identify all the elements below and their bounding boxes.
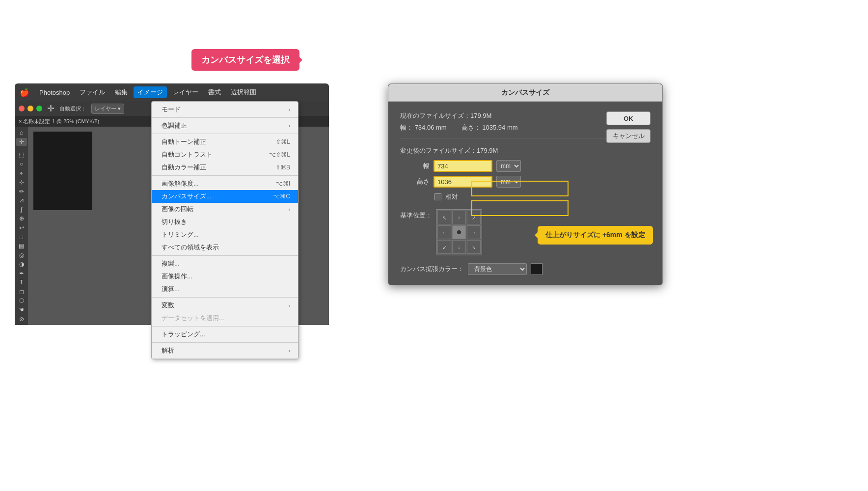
pen-tool[interactable]: ✒ [16, 269, 27, 277]
file-dimensions: 幅： 734.06 mm 高さ： 1035.94 mm [400, 123, 518, 132]
height-input[interactable] [434, 176, 492, 188]
anchor-bottom-right[interactable]: ↘ [467, 240, 481, 254]
menu-item-calculations[interactable]: 画像操作... [152, 270, 298, 283]
width-field-label: 幅 [400, 162, 430, 170]
menu-item-apply-image[interactable]: 演算... [152, 283, 298, 296]
menu-item-trim[interactable]: トリミング... [152, 228, 298, 241]
callout-select-canvas-size: カンバスサイズを選択 [191, 49, 299, 71]
menu-item-reveal-all[interactable]: すべての領域を表示 [152, 241, 298, 254]
lasso-tool[interactable]: ○ [16, 160, 27, 168]
auto-select-dropdown[interactable]: レイヤー ▾ [91, 104, 124, 114]
gradient-tool[interactable]: ▤ [16, 242, 27, 250]
document-canvas [33, 132, 92, 210]
height-field-label: 高さ [400, 177, 430, 186]
menu-section-trap: トラッピング... [152, 327, 298, 343]
anchor-bottom-center[interactable]: ↓ [452, 240, 466, 254]
width-unit-select[interactable]: mm px cm [496, 160, 521, 172]
anchor-middle-left[interactable]: ← [437, 225, 451, 239]
relative-label: 相対 [445, 192, 458, 201]
top-center-arrow-icon: ↑ [458, 215, 461, 220]
menu-image[interactable]: イメージ [134, 86, 167, 98]
marquee-tool[interactable]: ⬚ [16, 151, 27, 159]
menu-item-auto-tone[interactable]: 自動トーン補正 ⇧⌘L [152, 136, 298, 148]
height-field-row: 高さ mm px cm [400, 176, 651, 188]
current-width: 幅： 734.06 mm [400, 123, 447, 132]
menu-item-trap[interactable]: トラッピング... [152, 328, 298, 341]
menu-item-duplicate[interactable]: 複製... [152, 257, 298, 270]
menu-item-analysis[interactable]: 解析 › [152, 344, 298, 357]
bottom-center-arrow-icon: ↓ [458, 245, 461, 250]
current-height: 高さ： 1035.94 mm [461, 123, 518, 132]
menu-item-adjustments[interactable]: 色調補正 › [152, 119, 298, 132]
current-size-label: 現在のファイルサイズ：179.9M [400, 111, 491, 120]
menu-photoshop[interactable]: Photoshop [35, 87, 74, 98]
dodge-tool[interactable]: ◑ [16, 260, 27, 269]
top-right-arrow-icon: ↗ [472, 215, 476, 220]
anchor-bottom-left[interactable]: ↙ [437, 240, 451, 254]
menu-item-canvas-size[interactable]: カンバスサイズ... ⌥⌘C [152, 190, 298, 203]
menu-type[interactable]: 書式 [204, 86, 225, 98]
anchor-top-left[interactable]: ↖ [437, 211, 451, 224]
menu-section-adjustments: 色調補正 › [152, 118, 298, 134]
center-dot-icon [457, 230, 461, 234]
extension-color-swatch[interactable] [531, 263, 542, 275]
anchor-center[interactable] [452, 225, 466, 239]
height-unit-select[interactable]: mm px cm [496, 176, 521, 188]
new-size-section: 変更後のファイルサイズ：179.9M 幅 mm px cm 高さ mm px c… [400, 146, 651, 201]
zoom-tool[interactable]: ⊘ [16, 315, 27, 323]
move-tool[interactable]: ✛ [16, 138, 27, 146]
arrow-icon: › [289, 303, 290, 308]
menu-layer[interactable]: レイヤー [169, 86, 202, 98]
hand-tool[interactable]: ☚ [16, 306, 27, 314]
menu-item-rotate[interactable]: 画像の回転 › [152, 203, 298, 216]
menu-item-auto-contrast[interactable]: 自動コントラスト ⌥⇧⌘L [152, 148, 298, 161]
move-tool-icon[interactable]: ✛ [47, 103, 54, 114]
ok-button[interactable]: OK [606, 111, 651, 125]
blur-tool[interactable]: ◎ [16, 251, 27, 259]
menu-item-crop[interactable]: 切り抜き [152, 216, 298, 228]
eraser-tool[interactable]: □ [16, 233, 27, 241]
path-tool[interactable]: ◻ [16, 288, 27, 296]
minimize-button[interactable] [27, 106, 33, 111]
menu-item-mode[interactable]: モード › [152, 103, 298, 116]
bottom-left-arrow-icon: ↙ [442, 245, 446, 250]
extension-color-row: カンバス拡張カラー： 背景色 [400, 263, 651, 275]
menu-select[interactable]: 選択範囲 [227, 86, 260, 98]
menu-item-auto-color[interactable]: 自動カラー補正 ⇧⌘B [152, 161, 298, 174]
cancel-button[interactable]: キャンセル [606, 129, 651, 143]
menu-file[interactable]: ファイル [76, 86, 109, 98]
auto-select-label: 自動選択： [59, 105, 86, 112]
dialog-buttons: OK キャンセル [606, 111, 651, 143]
middle-right-arrow-icon: → [471, 230, 476, 235]
brush-tool[interactable]: ∫ [16, 206, 27, 214]
magic-wand-tool[interactable]: ⌖ [16, 169, 27, 177]
eyedropper-tool[interactable]: ✏ [16, 187, 27, 195]
extension-color-select[interactable]: 背景色 [468, 263, 527, 275]
tab-label: × 名称未設定 1 @ 25% (CMYK/8) [19, 118, 99, 125]
relative-checkbox[interactable] [434, 193, 441, 200]
menu-bar: 🍎 Photoshop ファイル 編集 イメージ レイヤー 書式 選択範囲 [15, 83, 329, 101]
menu-item-variables[interactable]: 変数 › [152, 299, 298, 312]
home-tool[interactable]: ⌂ [16, 129, 27, 137]
history-tool[interactable]: ↩ [16, 224, 27, 232]
anchor-top-right[interactable]: ↗ [467, 211, 481, 224]
crop-tool[interactable]: ⊹ [16, 178, 27, 187]
width-field-row: 幅 mm px cm [400, 160, 651, 172]
shape-tool[interactable]: ⬡ [16, 297, 27, 305]
healing-tool[interactable]: ⊿ [16, 196, 27, 205]
arrow-icon: › [289, 123, 290, 129]
close-button[interactable] [19, 106, 25, 111]
menu-item-image-size[interactable]: 画像解像度... ⌥⌘I [152, 177, 298, 190]
anchor-grid: ↖ ↑ ↗ ← → ↙ ↓ ↘ [436, 209, 482, 255]
maximize-button[interactable] [36, 106, 42, 111]
anchor-top-center[interactable]: ↑ [452, 211, 466, 224]
traffic-lights [19, 106, 42, 111]
menu-item-dataset: データセットを適用... [152, 312, 298, 325]
width-input[interactable] [434, 160, 492, 172]
arrow-icon: › [289, 207, 290, 212]
arrow-icon: › [289, 348, 290, 354]
menu-edit[interactable]: 編集 [111, 86, 132, 98]
clone-tool[interactable]: ⊕ [16, 215, 27, 223]
anchor-middle-right[interactable]: → [467, 225, 481, 239]
type-tool[interactable]: T [16, 278, 27, 287]
